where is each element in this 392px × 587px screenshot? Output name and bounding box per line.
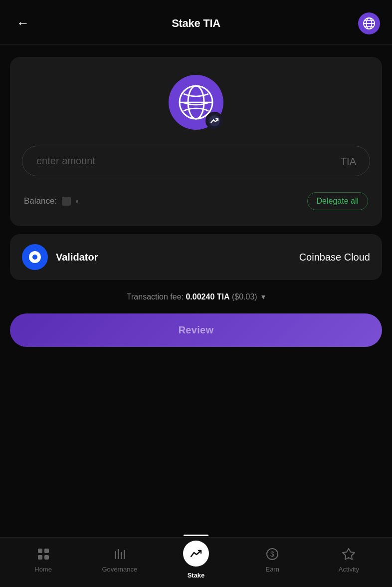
- balance-left: Balance:: [24, 196, 78, 206]
- fee-usd: ($0.03): [232, 293, 257, 301]
- back-arrow-icon: ←: [16, 15, 29, 31]
- nav-stake[interactable]: Stake: [183, 536, 209, 584]
- nav-item-home[interactable]: Home: [5, 542, 81, 578]
- earn-label: Earn: [265, 566, 279, 573]
- amount-input[interactable]: [22, 146, 370, 176]
- stake-circle-bg: [183, 541, 209, 567]
- token-card: TIA Balance: Delegate all: [10, 57, 382, 226]
- fee-label: Transaction fee:: [127, 293, 184, 301]
- nav-earn[interactable]: $ Earn: [265, 542, 280, 578]
- balance-dot: [76, 200, 78, 203]
- fee-amount: 0.00240 TIA: [186, 293, 229, 301]
- page-title: Stake TIA: [172, 17, 220, 30]
- nav-governance[interactable]: Governance: [102, 542, 137, 578]
- svg-rect-10: [38, 555, 42, 560]
- svg-marker-19: [343, 549, 355, 560]
- svg-text:$: $: [270, 550, 274, 558]
- validator-logo-dot: [32, 255, 37, 260]
- back-button[interactable]: ←: [12, 12, 34, 34]
- svg-rect-14: [118, 549, 119, 559]
- validator-label: Validator: [56, 252, 98, 263]
- stake-label: Stake: [188, 572, 205, 579]
- stake-icon: [189, 547, 203, 561]
- nav-activity[interactable]: Activity: [339, 542, 359, 578]
- svg-rect-13: [115, 551, 116, 559]
- svg-rect-9: [38, 549, 42, 553]
- governance-label: Governance: [102, 566, 137, 573]
- svg-rect-16: [124, 550, 125, 559]
- review-button[interactable]: Review: [10, 313, 382, 347]
- fee-dropdown-icon[interactable]: ▾: [261, 293, 265, 301]
- globe-icon: [363, 17, 376, 30]
- svg-rect-12: [44, 555, 49, 560]
- earn-icon: $: [265, 547, 280, 562]
- activity-icon: [341, 547, 356, 562]
- nav-item-stake[interactable]: Stake: [158, 536, 234, 584]
- amount-input-wrapper: TIA: [22, 146, 370, 176]
- currency-label: TIA: [341, 155, 356, 167]
- trend-icon: [209, 115, 220, 126]
- balance-row: Balance: Delegate all: [22, 192, 370, 210]
- validator-card[interactable]: Validator Coinbase Cloud: [10, 234, 382, 280]
- svg-rect-11: [44, 549, 49, 553]
- home-label: Home: [34, 566, 52, 573]
- delegate-all-button[interactable]: Delegate all: [307, 192, 369, 210]
- validator-name: Coinbase Cloud: [299, 252, 370, 263]
- home-icon: [36, 547, 51, 562]
- balance-placeholder-icon: [62, 197, 71, 206]
- nav-home[interactable]: Home: [34, 542, 52, 578]
- activity-label: Activity: [339, 566, 359, 573]
- validator-logo-inner: [29, 251, 41, 263]
- main-content: TIA Balance: Delegate all Validator Coin…: [0, 45, 392, 537]
- transaction-fee: Transaction fee: 0.00240 TIA ($0.03) ▾: [10, 288, 382, 305]
- validator-logo: [22, 244, 48, 270]
- nav-item-activity[interactable]: Activity: [311, 542, 387, 578]
- balance-label: Balance:: [24, 196, 57, 206]
- app-header: ← Stake TIA: [0, 0, 392, 45]
- globe-button[interactable]: [358, 12, 380, 34]
- nav-item-earn[interactable]: $ Earn: [234, 542, 311, 578]
- nav-item-governance[interactable]: Governance: [81, 542, 158, 578]
- badge-icon: [205, 112, 223, 130]
- svg-rect-15: [121, 552, 122, 559]
- bottom-nav: Home Governance: [0, 537, 392, 587]
- active-indicator: [184, 535, 208, 536]
- governance-icon: [112, 547, 127, 562]
- token-icon-wrapper: [169, 75, 223, 130]
